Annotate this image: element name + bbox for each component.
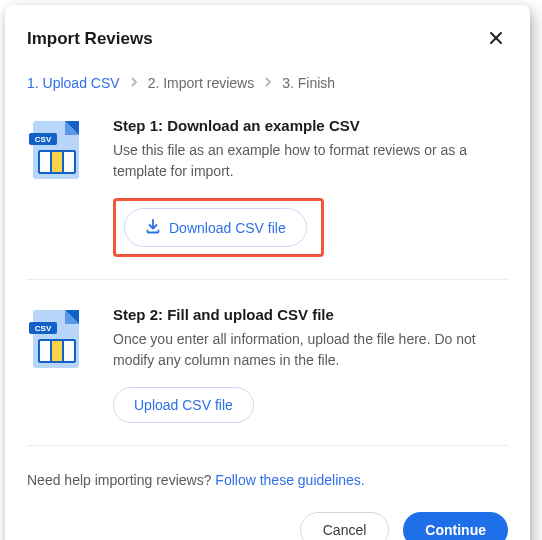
continue-button[interactable]: Continue [403, 512, 508, 540]
step-upload-csv[interactable]: 1. Upload CSV [27, 75, 120, 91]
svg-text:CSV: CSV [35, 324, 52, 333]
close-icon [488, 28, 504, 50]
svg-rect-9 [63, 151, 75, 173]
step1-content: Step 1: Download an example CSV Use this… [113, 117, 508, 257]
step1-title: Step 1: Download an example CSV [113, 117, 508, 134]
help-text: Need help importing reviews? Follow thes… [27, 472, 508, 488]
download-highlight: Download CSV file [113, 198, 324, 257]
close-button[interactable] [484, 25, 508, 53]
upload-csv-label: Upload CSV file [134, 397, 233, 413]
step2-content: Step 2: Fill and upload CSV file Once yo… [113, 306, 508, 423]
svg-text:CSV: CSV [35, 135, 52, 144]
download-csv-button[interactable]: Download CSV file [124, 208, 307, 247]
stepper: 1. Upload CSV 2. Import reviews 3. Finis… [27, 75, 508, 91]
upload-csv-button[interactable]: Upload CSV file [113, 387, 254, 423]
svg-rect-22 [39, 340, 51, 362]
chevron-right-icon [264, 76, 272, 90]
step2-description: Once you enter all information, upload t… [113, 329, 508, 371]
step-import-reviews[interactable]: 2. Import reviews [148, 75, 255, 91]
cancel-button[interactable]: Cancel [300, 512, 390, 540]
modal-footer: Cancel Continue [27, 512, 508, 540]
step-finish[interactable]: 3. Finish [282, 75, 335, 91]
step1-description: Use this file as an example how to forma… [113, 140, 508, 182]
download-csv-label: Download CSV file [169, 220, 286, 236]
step2-title: Step 2: Fill and upload CSV file [113, 306, 508, 323]
svg-rect-8 [39, 151, 51, 173]
download-icon [145, 218, 161, 237]
chevron-right-icon [130, 76, 138, 90]
step2-card: CSV Step 2: Fill and upload CSV file Onc… [27, 302, 508, 446]
svg-rect-23 [63, 340, 75, 362]
import-reviews-modal: Import Reviews 1. Upload CSV 2. Import r… [5, 5, 530, 540]
step1-card: CSV Step 1: Download an example CSV Use … [27, 113, 508, 280]
modal-header: Import Reviews [27, 25, 508, 53]
csv-file-icon: CSV [27, 306, 91, 423]
guidelines-link[interactable]: Follow these guidelines. [215, 472, 364, 488]
modal-title: Import Reviews [27, 29, 153, 49]
csv-file-icon: CSV [27, 117, 91, 257]
